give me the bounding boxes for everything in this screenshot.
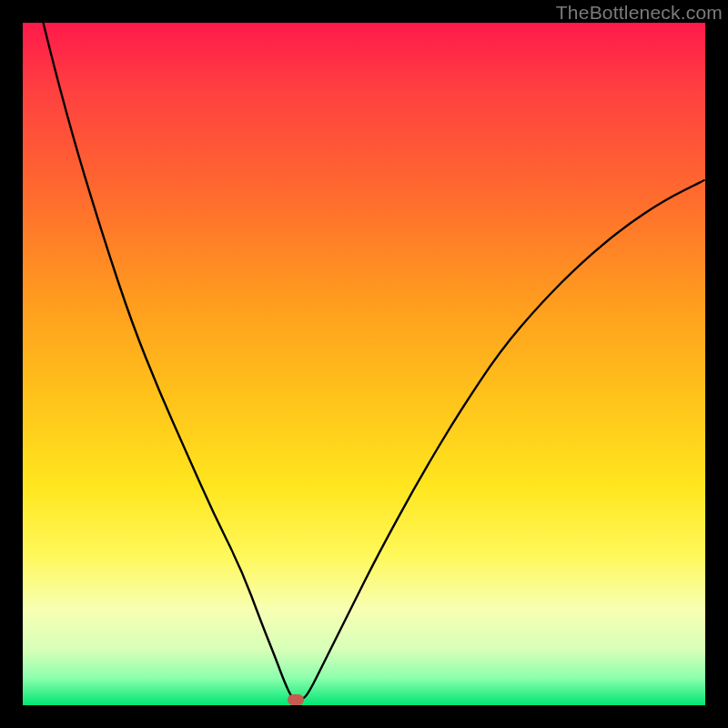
plot-area	[23, 23, 705, 705]
bottleneck-curve	[44, 23, 706, 700]
watermark-text: TheBottleneck.com	[556, 2, 723, 24]
min-marker	[288, 694, 304, 705]
chart-frame: TheBottleneck.com	[0, 0, 728, 728]
curve-svg	[23, 23, 705, 705]
